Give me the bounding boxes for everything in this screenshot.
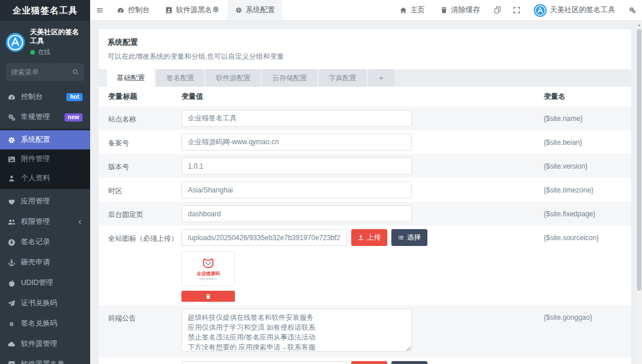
preview-title: 企业猫源码: [197, 270, 220, 277]
topbar: 控制台 软件源黑名单 系统配置 主页 清除缓存 天美社区的签名工具: [90, 0, 642, 21]
home-button[interactable]: 主页: [392, 0, 433, 20]
heart-icon: [8, 198, 16, 206]
beian-input[interactable]: [181, 134, 412, 151]
sidebar-item-label: 附件管理: [21, 154, 50, 164]
table-row: 前端公告 超级科技仅提供在线签名和软件安装服务 应用仅供用于学习和交流 如有侵权…: [99, 305, 631, 358]
online-dot-icon: [30, 50, 35, 55]
choose-button[interactable]: 选择: [391, 361, 427, 364]
table-row: 首页轮播图 上传 选择 {$sit: [99, 358, 631, 364]
sidebar-item-label: 软件源管理: [21, 339, 58, 349]
sidebar-item-apps[interactable]: 应用管理: [0, 191, 90, 212]
tab-sign-config[interactable]: 签名配置: [156, 69, 204, 87]
copy-button[interactable]: [488, 0, 507, 20]
e-icon: [8, 320, 16, 328]
copy-icon: [494, 6, 501, 14]
table-row: 后台固定页 {$site.fixedpage}: [99, 202, 631, 226]
tab-basic-config[interactable]: 基础配置: [107, 69, 155, 87]
column-header: 变量名: [538, 92, 631, 102]
choose-button[interactable]: 选择: [391, 229, 427, 246]
row-var: {$site.version}: [538, 158, 631, 170]
row-label: 首页轮播图: [99, 361, 181, 364]
expand-icon: [513, 6, 520, 14]
sidebar-toggle-button[interactable]: [90, 0, 109, 20]
image-file-icon: [8, 155, 16, 163]
sidebar-item-permissions[interactable]: 权限管理: [0, 212, 90, 232]
gear-icon: [235, 6, 242, 14]
sidebar-item-label: 签名兑换码: [21, 319, 58, 329]
chevron-left-icon: [77, 219, 83, 225]
sidebar-item-system-config[interactable]: 系统配置: [0, 130, 90, 149]
hamburger-icon: [96, 6, 104, 14]
avatar: [534, 4, 547, 17]
paper-plane-icon: [8, 299, 16, 308]
sidebar-item-cert-codes[interactable]: 证书兑换码: [0, 293, 90, 313]
scrollbar-thumb[interactable]: [637, 29, 641, 291]
search-icon: [72, 69, 79, 76]
upload-button[interactable]: 上传: [351, 361, 387, 364]
column-header: 变量值: [181, 92, 538, 102]
timezone-input[interactable]: [181, 181, 412, 198]
row-var: {$site.beian}: [538, 134, 631, 147]
sidebar-item-attachments[interactable]: 附件管理: [0, 149, 90, 169]
version-input[interactable]: [181, 158, 412, 174]
sidebar: 企业猫签名工具 天美社区的签名工具 在线 控制台 hot 常规管理 new: [0, 0, 90, 364]
upload-label: 上传: [367, 233, 381, 242]
tab-source-config[interactable]: 软件源配置: [206, 69, 261, 87]
sidebar-user-name: 天美社区的签名工具: [30, 28, 84, 45]
search-input[interactable]: [11, 68, 72, 76]
settings-button[interactable]: [623, 0, 642, 20]
plus-icon: [378, 75, 384, 81]
add-tab-button[interactable]: [368, 69, 394, 87]
sidebar-item-source-blacklist[interactable]: 软件源黑名单: [0, 354, 90, 364]
gauge-icon: [8, 93, 16, 101]
delete-icon-button[interactable]: [181, 291, 235, 302]
sidebar-item-label: 个人资料: [21, 173, 50, 183]
sidebar-item-label: 签名记录: [21, 237, 50, 247]
announcement-textarea[interactable]: 超级科技仅提供在线签名和软件安装服务 应用仅供用于学习和交流 如有侵权请联系 禁…: [181, 309, 412, 352]
upload-button[interactable]: 上传: [351, 229, 387, 246]
sidebar-item-udid[interactable]: UDID管理: [0, 273, 90, 293]
table-row: 全站图标（必须上传） 上传 选择 企业猫源码 www.qym: [99, 226, 631, 305]
sidebar-item-label: 应用管理: [21, 197, 50, 206]
row-var: {$site.timezone}: [538, 181, 631, 194]
topbar-tab-source-blacklist[interactable]: 软件源黑名单: [158, 0, 227, 20]
blacklist-book-icon: [165, 6, 173, 14]
site-name-input[interactable]: [181, 110, 412, 127]
topbar-user-menu[interactable]: 天美社区的签名工具: [526, 0, 623, 20]
topbar-tab-system-config[interactable]: 系统配置: [227, 0, 283, 20]
scroll-up-arrow-icon[interactable]: ▲: [636, 22, 642, 28]
sidebar-item-crack-request[interactable]: 砸壳申请: [0, 252, 90, 273]
avatar: [6, 31, 25, 53]
preview-subtitle: www.qymao.cn: [199, 277, 217, 280]
table-row: 备案号 {$site.beian}: [99, 130, 631, 154]
tab-cloud-storage-config[interactable]: 云存储配置: [262, 69, 317, 87]
fixedpage-input[interactable]: [181, 205, 412, 222]
fullscreen-button[interactable]: [507, 0, 526, 20]
sidebar-item-dashboard[interactable]: 控制台 hot: [0, 87, 90, 107]
main-content: 系统配置 可以在此增改系统的变量和分组,也可以自定义分组和变量 基础配置 签名配…: [90, 21, 636, 364]
tab-dict-config[interactable]: 字典配置: [319, 69, 366, 87]
clear-cache-button[interactable]: 清除缓存: [433, 0, 488, 20]
home-label: 主页: [411, 5, 425, 15]
sidebar-menu: 控制台 hot 常规管理 new 系统配置 附件管理 个人资料 应用管理: [0, 87, 90, 364]
sidebar-item-sign-codes[interactable]: 签名兑换码: [0, 313, 90, 334]
sidebar-item-source-admin[interactable]: 软件源管理: [0, 334, 90, 354]
sidebar-item-label: 控制台: [21, 92, 43, 102]
table-row: 站点名称 {$site.name}: [99, 106, 631, 130]
apple-icon: [8, 279, 16, 287]
sourceicon-input[interactable]: [181, 229, 347, 246]
users-icon: [8, 218, 16, 226]
row-var: {$site.lunboimg}: [538, 361, 631, 364]
row-label: 后台固定页: [99, 205, 181, 220]
table-row: 版本号 {$site.version}: [99, 154, 631, 178]
topbar-tab-dashboard[interactable]: 控制台: [109, 0, 158, 20]
sidebar-item-sign-records[interactable]: 签名记录: [0, 232, 90, 252]
sidebar-search[interactable]: [6, 63, 84, 81]
sidebar-item-profile[interactable]: 个人资料: [0, 169, 90, 188]
app-logo-title: 企业猫签名工具: [0, 0, 90, 21]
sidebar-item-general-admin[interactable]: 常规管理 new: [0, 107, 90, 127]
carousel-input[interactable]: [181, 361, 347, 364]
page-scrollbar[interactable]: ▲: [636, 22, 642, 364]
topbar-right: 主页 清除缓存 天美社区的签名工具: [392, 0, 642, 20]
sidebar-user-panel: 天美社区的签名工具 在线: [0, 21, 90, 61]
